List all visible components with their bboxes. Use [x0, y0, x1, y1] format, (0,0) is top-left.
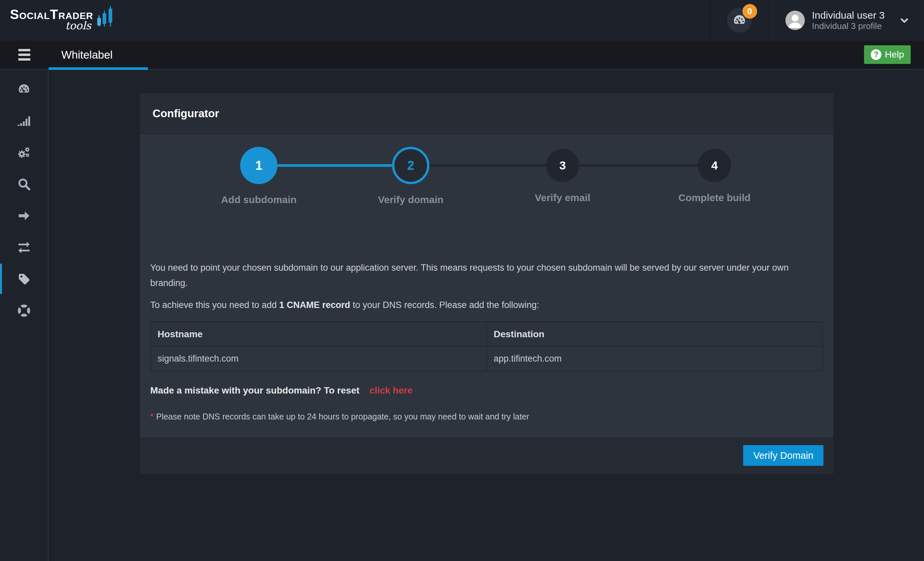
- step-verify-domain: 2 Verify domain: [335, 147, 487, 205]
- sidebar-item-dashboard[interactable]: [0, 73, 48, 105]
- step-label: Verify email: [487, 192, 639, 203]
- table-header-row: Hostname Destination: [150, 322, 823, 347]
- progress-stepper: 1 Add subdomain 2 Verify domain 3 Verify…: [183, 134, 790, 221]
- dashboard-gauge-icon: [17, 82, 31, 96]
- top-bar-right: 0 Individual user 3 Individual 3 profile: [710, 0, 924, 40]
- help-button[interactable]: ? Help: [864, 45, 910, 64]
- help-button-label: Help: [885, 49, 904, 60]
- notifications-section: 0: [710, 0, 770, 40]
- user-profile: Individual 3 profile: [812, 21, 885, 31]
- tab-bar: Whitelabel ? Help: [0, 40, 924, 70]
- menu-toggle-button[interactable]: [0, 40, 49, 69]
- active-tab-underline: [49, 67, 148, 70]
- cname-text-bold: 1 CNAME record: [279, 300, 350, 310]
- reset-line: Made a mistake with your subdomain? To r…: [150, 385, 823, 396]
- dns-records-table: Hostname Destination signals.tifintech.c…: [150, 321, 823, 371]
- sidebar-item-signals[interactable]: [0, 105, 48, 136]
- avatar: [785, 10, 805, 30]
- app-logo[interactable]: SocialTrader tools: [10, 7, 115, 33]
- search-icon: [17, 177, 31, 191]
- step-label: Add subdomain: [183, 194, 335, 205]
- notifications-button[interactable]: 0: [727, 8, 752, 33]
- reset-click-here-link[interactable]: click here: [369, 385, 412, 395]
- destination-cell: app.tifintech.com: [487, 347, 823, 371]
- step-label: Verify domain: [335, 194, 487, 205]
- step-verify-email: 3 Verify email: [487, 147, 639, 203]
- step-circle: 1: [240, 147, 278, 184]
- note-asterisk: *: [150, 412, 153, 421]
- sidebar-item-whitelabel[interactable]: [0, 263, 48, 295]
- sidebar-item-settings[interactable]: [0, 136, 48, 168]
- sidebar-item-transfers[interactable]: [0, 231, 48, 263]
- gears-icon: [17, 145, 31, 160]
- step-label: Complete build: [639, 192, 790, 203]
- card-header: Configurator: [140, 93, 833, 134]
- top-bar: SocialTrader tools 0: [0, 0, 924, 40]
- step-complete-build: 4 Complete build: [639, 147, 790, 203]
- chevron-down-icon: [898, 15, 910, 26]
- arrow-right-icon: [17, 209, 31, 223]
- configurator-card: Configurator 1 Add subdomain 2 Verify do…: [140, 93, 833, 474]
- main-content: Configurator 1 Add subdomain 2 Verify do…: [49, 70, 924, 561]
- intro-paragraph: You need to point your chosen subdomain …: [150, 260, 823, 291]
- hostname-cell: signals.tifintech.com: [150, 347, 487, 371]
- card-body: 1 Add subdomain 2 Verify domain 3 Verify…: [140, 134, 833, 436]
- table-row: signals.tifintech.com app.tifintech.com: [150, 347, 823, 371]
- life-ring-icon: [17, 304, 31, 318]
- logo-subtitle: tools: [65, 21, 93, 31]
- verify-domain-button[interactable]: Verify Domain: [743, 445, 824, 466]
- reset-prompt: Made a mistake with your subdomain? To r…: [150, 385, 359, 395]
- dns-note: *Please note DNS records can take up to …: [150, 412, 823, 436]
- tab-whitelabel[interactable]: Whitelabel: [61, 49, 112, 61]
- hostname-column-header: Hostname: [150, 322, 487, 347]
- candlestick-chart-icon: [96, 8, 115, 33]
- cname-text-suffix: to your DNS records. Please add the foll…: [350, 300, 539, 310]
- user-text: Individual user 3 Individual 3 profile: [812, 10, 885, 31]
- destination-column-header: Destination: [487, 322, 823, 347]
- card-footer: Verify Domain: [140, 436, 833, 474]
- note-text: Please note DNS records can take up to 2…: [156, 412, 529, 421]
- user-menu[interactable]: Individual user 3 Individual 3 profile: [785, 10, 910, 31]
- step-circle: 4: [698, 149, 731, 182]
- card-title: Configurator: [153, 107, 219, 120]
- question-mark-icon: ?: [871, 49, 881, 60]
- user-name: Individual user 3: [812, 10, 885, 21]
- notification-badge: 0: [742, 4, 757, 19]
- cname-text-prefix: To achieve this you need to add: [150, 300, 279, 310]
- tag-icon: [17, 272, 31, 286]
- sidebar-item-search[interactable]: [0, 168, 48, 200]
- exchange-arrows-icon: [17, 240, 31, 254]
- sidebar-item-login[interactable]: [0, 200, 48, 231]
- step-add-subdomain: 1 Add subdomain: [183, 147, 335, 205]
- signal-bars-icon: [17, 114, 31, 128]
- sidebar-item-support[interactable]: [0, 295, 48, 326]
- step-circle: 2: [392, 147, 429, 184]
- cname-paragraph: To achieve this you need to add 1 CNAME …: [150, 297, 823, 313]
- sidebar: [0, 70, 49, 561]
- step-circle: 3: [546, 149, 579, 182]
